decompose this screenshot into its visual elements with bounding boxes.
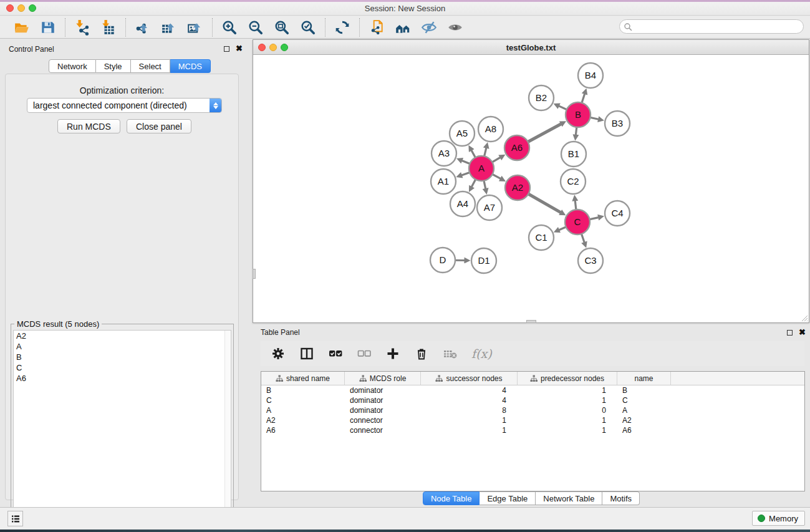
tab-node-table[interactable]: Node Table: [423, 491, 480, 505]
table-row[interactable]: Adominator80A: [261, 405, 804, 415]
mcds-result-item[interactable]: A: [14, 341, 231, 352]
graph-node-B[interactable]: B: [566, 102, 591, 127]
graph-node-A5[interactable]: A5: [450, 121, 475, 146]
graph-node-A2[interactable]: A2: [505, 175, 530, 200]
graph-node-B1[interactable]: B1: [561, 142, 586, 167]
graph-node-D[interactable]: D: [430, 248, 455, 273]
graph-node-C4[interactable]: C4: [605, 201, 630, 226]
close-panel-icon[interactable]: ✖: [236, 44, 243, 54]
copy-network-button[interactable]: [368, 19, 385, 36]
network-window-titlebar[interactable]: testGlobe.txt: [253, 40, 809, 55]
table-cell[interactable]: 4: [421, 395, 518, 405]
mcds-result-item[interactable]: C: [14, 362, 231, 373]
mcds-result-list[interactable]: A2ABCA6: [13, 330, 231, 531]
hide-graphics-details-button[interactable]: [420, 19, 438, 36]
zoom-out-button[interactable]: [247, 19, 264, 36]
mcds-result-item[interactable]: B: [14, 352, 231, 362]
save-session-button[interactable]: [39, 19, 57, 36]
tab-network[interactable]: Network: [49, 59, 96, 73]
table-cell[interactable]: 1: [518, 385, 617, 395]
memory-button[interactable]: Memory: [752, 511, 805, 526]
table-cell[interactable]: A2: [261, 415, 345, 425]
criterion-dropdown[interactable]: largest connected component (directed): [27, 98, 222, 113]
table-cell[interactable]: A: [261, 405, 345, 415]
float-panel-icon[interactable]: [224, 46, 229, 52]
tab-mcds[interactable]: MCDS: [170, 59, 211, 73]
deselect-all-button[interactable]: [357, 346, 372, 361]
column-header-successor-nodes[interactable]: successor nodes: [421, 372, 518, 385]
table-cell[interactable]: B: [261, 385, 345, 395]
table-row[interactable]: Cdominator41C: [261, 395, 804, 405]
tab-motifs[interactable]: Motifs: [602, 491, 640, 505]
graph-node-A1[interactable]: A1: [431, 169, 456, 194]
table-cell[interactable]: 8: [421, 405, 518, 415]
select-all-button[interactable]: [328, 346, 343, 361]
run-mcds-button[interactable]: Run MCDS: [57, 119, 120, 133]
export-table-button[interactable]: [160, 19, 178, 36]
mcds-result-item[interactable]: A2: [14, 331, 231, 341]
table-cell[interactable]: A2: [617, 415, 671, 425]
mcds-result-item[interactable]: A6: [14, 373, 231, 384]
table-cell[interactable]: B: [617, 385, 671, 395]
network-canvas[interactable]: A A1 A2 A3 A4 A5 A6 A7 A8 B B1 B2 B3 B4 …: [253, 55, 809, 322]
table-cell[interactable]: A6: [617, 425, 671, 435]
function-builder-button[interactable]: f(x): [471, 347, 492, 360]
refresh-layout-button[interactable]: [334, 19, 351, 36]
task-history-button[interactable]: [7, 511, 23, 526]
column-header-shared-name[interactable]: shared name: [261, 372, 345, 385]
graph-node-B4[interactable]: B4: [578, 63, 603, 88]
resize-handle-icon[interactable]: [800, 314, 808, 322]
export-image-button[interactable]: [186, 19, 204, 36]
table-cell[interactable]: 0: [518, 405, 617, 415]
import-table-button[interactable]: [100, 19, 117, 36]
graph-node-C2[interactable]: C2: [561, 169, 586, 194]
table-cell[interactable]: connector: [345, 415, 421, 425]
window-edge-grip[interactable]: [253, 269, 256, 279]
table-cell[interactable]: C: [617, 395, 671, 405]
delete-table-button[interactable]: [443, 346, 458, 361]
scrollbar-track[interactable]: [224, 331, 231, 530]
graph-node-C[interactable]: C: [565, 210, 590, 235]
close-table-panel-icon[interactable]: ✖: [799, 327, 806, 337]
search-input[interactable]: [632, 21, 803, 32]
float-table-panel-icon[interactable]: [787, 330, 793, 336]
table-cell[interactable]: dominator: [345, 395, 421, 405]
table-cell[interactable]: 1: [518, 395, 617, 405]
column-header-MCDS-role[interactable]: MCDS role: [345, 372, 421, 385]
export-network-button[interactable]: [134, 19, 152, 36]
column-header-name[interactable]: name: [617, 372, 671, 385]
tab-edge-table[interactable]: Edge Table: [480, 491, 536, 505]
zoom-in-button[interactable]: [221, 19, 238, 36]
close-panel-button[interactable]: Close panel: [127, 119, 191, 133]
zoom-fit-button[interactable]: [273, 19, 291, 36]
graph-node-C1[interactable]: C1: [529, 225, 554, 250]
graph-node-A6[interactable]: A6: [504, 135, 529, 160]
table-cell[interactable]: A: [617, 405, 671, 415]
graph-node-B2[interactable]: B2: [529, 85, 554, 110]
zoom-selected-button[interactable]: [299, 19, 317, 36]
tab-network-table[interactable]: Network Table: [536, 491, 602, 505]
tab-style[interactable]: Style: [96, 59, 131, 73]
graph-node-C3[interactable]: C3: [578, 248, 603, 273]
table-cell[interactable]: 1: [421, 425, 518, 435]
table-cell[interactable]: dominator: [345, 385, 421, 395]
show-all-networks-button[interactable]: [394, 19, 412, 36]
table-row[interactable]: A2connector11A2: [261, 415, 804, 425]
window-edge-grip[interactable]: [526, 320, 536, 323]
graph-node-A4[interactable]: A4: [450, 191, 475, 216]
gear-button[interactable]: [271, 346, 286, 361]
search-field[interactable]: [619, 19, 804, 34]
graph-node-D1[interactable]: D1: [471, 248, 496, 273]
table-cell[interactable]: connector: [345, 425, 421, 435]
column-header-predecessor-nodes[interactable]: predecessor nodes: [518, 372, 617, 385]
table-row[interactable]: Bdominator41B: [261, 385, 804, 395]
table-cell[interactable]: 1: [421, 415, 518, 425]
show-graphics-details-button[interactable]: [446, 19, 464, 36]
table-cell[interactable]: A6: [261, 425, 345, 435]
table-cell[interactable]: 1: [518, 425, 617, 435]
import-network-button[interactable]: [74, 19, 91, 36]
table-cell[interactable]: dominator: [345, 405, 421, 415]
open-file-button[interactable]: [13, 19, 31, 36]
graph-node-A8[interactable]: A8: [478, 117, 503, 142]
table-row[interactable]: A6connector11A6: [261, 425, 804, 435]
